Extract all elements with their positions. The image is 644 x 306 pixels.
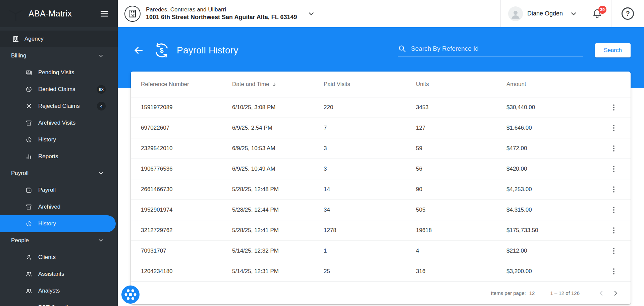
sidebar-item-rbt-coordinators[interactable]: RBT Coordinators	[0, 299, 118, 306]
sidebar-item-label: Archived	[38, 204, 60, 210]
cell-amount: $3,200.00	[506, 268, 600, 275]
sidebar-item-reports[interactable]: Reports	[0, 148, 118, 165]
user-menu[interactable]: Diane Ogden	[500, 0, 583, 27]
row-actions-kebab-icon[interactable]	[610, 142, 618, 155]
org-selector[interactable]: Paredes, Contreras and Ulibarri 1001 6th…	[124, 0, 316, 27]
cell-paid-visits: 3	[324, 145, 416, 152]
hamburger-menu-icon[interactable]	[100, 9, 109, 18]
chevron-down-icon	[98, 237, 104, 244]
rejected-claims-count-badge: 4	[97, 102, 106, 111]
items-per-page-value[interactable]: 12	[529, 290, 535, 296]
sidebar-item-clients[interactable]: Clients	[0, 249, 118, 266]
cell-paid-visits: 1	[324, 248, 416, 254]
cell-date-time: 5/28/25, 12:41 PM	[232, 227, 324, 234]
sidebar-section-people[interactable]: People	[0, 232, 118, 249]
help-section: ?	[611, 0, 644, 27]
items-per-page-label: Items per page:	[491, 290, 526, 296]
people-icon	[25, 288, 32, 294]
cell-units: 56	[416, 166, 506, 172]
payroll-history-card: Reference Number Date and Time Paid Visi…	[131, 72, 631, 304]
cell-reference-number: 1906776536	[141, 166, 232, 172]
sidebar-item-billing-history[interactable]: History	[0, 131, 118, 148]
table-row: 2329542010 6/9/25, 10:53 AM 3 59 $472.00	[131, 138, 631, 159]
column-header-datetime[interactable]: Date and Time	[232, 81, 324, 88]
sidebar-item-payroll-history[interactable]: History	[0, 215, 116, 232]
notifications-bell-icon[interactable]: 39	[592, 8, 602, 19]
column-header-amount: Amount	[506, 81, 600, 88]
row-actions-kebab-icon[interactable]	[610, 163, 618, 175]
row-actions-kebab-icon[interactable]	[610, 265, 618, 277]
cell-date-time: 5/14/25, 12:32 PM	[232, 248, 324, 254]
sidebar-section-payroll[interactable]: Payroll	[0, 165, 118, 182]
history-icon	[25, 220, 32, 227]
row-actions-kebab-icon[interactable]	[610, 183, 618, 195]
search-icon	[398, 44, 406, 53]
cell-amount: $472.00	[506, 145, 600, 152]
cell-units: 316	[416, 268, 506, 275]
wallet-icon	[25, 187, 32, 193]
cell-amount: $420.00	[506, 166, 600, 172]
table-row: 70931707 5/14/25, 12:32 PM 1 4 $212.00	[131, 241, 631, 261]
denied-claims-count-badge: 63	[97, 85, 106, 94]
chevron-down-icon	[569, 9, 578, 18]
page-title: Payroll History	[177, 45, 238, 56]
back-button[interactable]	[133, 44, 145, 56]
row-actions-kebab-icon[interactable]	[610, 224, 618, 236]
sidebar-item-label: Analysts	[38, 288, 60, 294]
paginator-range: 1 – 12 of 126	[550, 290, 580, 296]
row-actions-kebab-icon[interactable]	[610, 245, 618, 257]
topbar: Paredes, Contreras and Ulibarri 1001 6th…	[118, 0, 644, 27]
cell-date-time: 5/14/25, 12:31 PM	[232, 268, 324, 275]
sidebar-item-agency[interactable]: Agency	[0, 31, 118, 47]
row-actions-kebab-icon[interactable]	[610, 204, 618, 216]
help-icon[interactable]: ?	[622, 7, 634, 20]
notification-count-badge: 39	[598, 6, 606, 14]
search-input[interactable]	[411, 45, 583, 52]
cell-reference-number: 1204234180	[141, 268, 232, 275]
sidebar-item-assistants[interactable]: Assistants	[0, 266, 118, 282]
sidebar-item-rejected-claims[interactable]: Rejected Claims 4	[0, 98, 118, 115]
org-name: Paredes, Contreras and Ulibarri	[146, 6, 297, 13]
sidebar-nav: Agency Billing Pending Visits Denied Cla…	[0, 27, 118, 306]
main-area: Paredes, Contreras and Ulibarri 1001 6th…	[118, 0, 644, 306]
sidebar-item-label: Clients	[38, 254, 56, 261]
cell-units: 3453	[416, 104, 506, 111]
cell-date-time: 6/10/25, 3:08 PM	[232, 104, 324, 111]
table-row: 1204234180 5/14/25, 12:31 PM 25 316 $3,2…	[131, 261, 631, 282]
cell-reference-number: 2329542010	[141, 145, 232, 152]
cell-date-time: 6/9/25, 10:53 AM	[232, 145, 324, 152]
search-field	[398, 44, 583, 56]
support-widget-button[interactable]	[121, 285, 140, 305]
cell-date-time: 6/9/25, 2:54 PM	[232, 125, 324, 131]
sidebar-section-billing[interactable]: Billing	[0, 47, 118, 64]
cell-paid-visits: 3	[324, 166, 416, 172]
sidebar-item-analysts[interactable]: Analysts	[0, 282, 118, 299]
person-icon	[25, 254, 32, 261]
payroll-history-icon	[153, 42, 170, 59]
table-row: 2661466730 5/28/25, 12:48 PM 14 90 $4,25…	[131, 179, 631, 200]
column-header-reference: Reference Number	[141, 81, 232, 88]
cell-reference-number: 1952901974	[141, 207, 232, 213]
paginator: Items per page: 12 1 – 12 of 126	[131, 282, 631, 304]
table-row: 1906776536 6/9/25, 10:49 AM 3 56 $420.00	[131, 159, 631, 179]
support-widget-icon	[121, 285, 140, 304]
sidebar-item-denied-claims[interactable]: Denied Claims 63	[0, 81, 118, 98]
sidebar-item-payroll[interactable]: Payroll	[0, 182, 118, 199]
row-actions-kebab-icon[interactable]	[610, 122, 618, 134]
sidebar-item-pending-visits[interactable]: Pending Visits	[0, 64, 118, 81]
cell-units: 127	[416, 125, 506, 131]
brand-name: ABA-Matrix	[29, 9, 72, 18]
sidebar-item-label: Rejected Claims	[38, 103, 80, 110]
sidebar-section-label: Payroll	[11, 170, 29, 177]
cell-paid-visits: 34	[324, 207, 416, 213]
bar-chart-icon	[25, 153, 32, 160]
sidebar-item-archived-visits[interactable]: Archived Visits	[0, 115, 118, 131]
sidebar-item-payroll-archived[interactable]: Archived	[0, 199, 118, 215]
previous-page-icon[interactable]	[594, 286, 608, 300]
table-row: 3212729762 5/28/25, 12:41 PM 1278 19618 …	[131, 220, 631, 241]
next-page-icon[interactable]	[608, 286, 623, 300]
row-actions-kebab-icon[interactable]	[610, 101, 618, 114]
cell-date-time: 6/9/25, 10:49 AM	[232, 166, 324, 172]
sidebar-item-label: Denied Claims	[38, 86, 75, 93]
search-button[interactable]: Search	[595, 43, 631, 57]
